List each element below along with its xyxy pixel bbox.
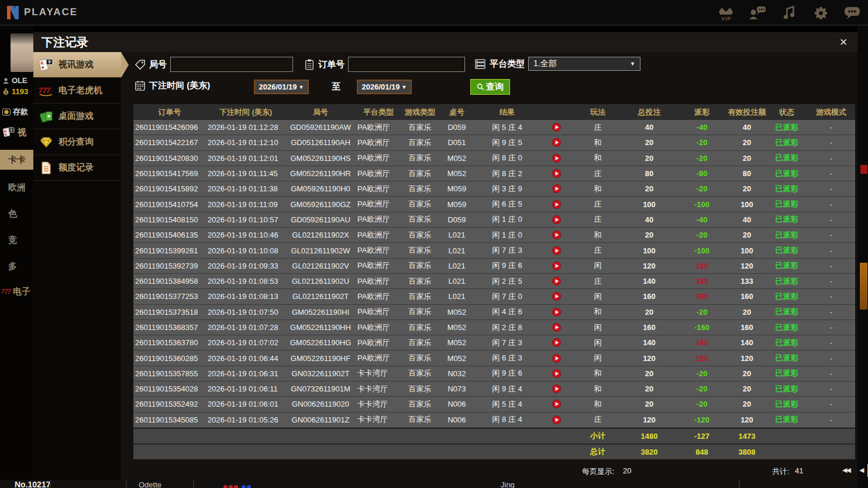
modal-header: 下注记录 ✕ bbox=[33, 32, 857, 52]
cell-total-bet: 20 bbox=[622, 400, 676, 408]
replay-play-icon[interactable] bbox=[539, 277, 573, 286]
cell-round: GM052261190HR bbox=[285, 169, 356, 178]
replay-play-icon[interactable] bbox=[539, 169, 573, 178]
cell-payout: -40 bbox=[676, 123, 728, 132]
per-page-value[interactable]: 20 bbox=[623, 466, 631, 475]
date-to-picker[interactable]: 2026/01/19 ▼ bbox=[357, 80, 412, 94]
platform-type-select[interactable]: 1.全部 ▼ bbox=[528, 57, 640, 71]
cell-platform: PA欧洲厅 bbox=[356, 338, 401, 348]
cell-play-type: 和 bbox=[573, 399, 622, 410]
sidebar-item-video-games[interactable]: K♥9 视讯游戏 bbox=[33, 52, 121, 78]
bg-dealer-name: Jing bbox=[501, 480, 515, 488]
cell-play-type: 和 bbox=[573, 153, 622, 163]
balance-value: 1193 bbox=[12, 87, 28, 96]
order-number-input[interactable] bbox=[348, 57, 465, 72]
replay-play-icon[interactable] bbox=[539, 400, 573, 408]
settings-gear-icon[interactable] bbox=[811, 4, 831, 22]
cell-platform: PA欧洲厅 bbox=[356, 230, 401, 240]
cell-time: 2026-01-19 01:06:11 bbox=[206, 384, 285, 393]
replay-play-icon[interactable] bbox=[539, 231, 573, 239]
cell-game-mode: - bbox=[807, 369, 855, 378]
round-number-input[interactable] bbox=[170, 57, 293, 72]
cell-result: 闲 1 庄 0 bbox=[475, 230, 539, 240]
cell-result: 闲 4 庄 6 bbox=[475, 307, 539, 317]
cell-play-type: 庄 bbox=[573, 245, 622, 256]
cell-game-mode: - bbox=[807, 231, 855, 239]
replay-play-icon[interactable] bbox=[539, 154, 573, 163]
prev-page-button[interactable]: ◀ bbox=[859, 466, 863, 474]
replay-play-icon[interactable] bbox=[539, 246, 573, 255]
cell-result: 闲 7 庄 3 bbox=[475, 245, 539, 256]
cell-payout: 140 bbox=[676, 338, 728, 347]
cell-payout: -100 bbox=[676, 246, 728, 255]
pagination-bar: 每页显示: 20 共计: 41 ◀◀ ◀ / 3 ▶ ▶▶ bbox=[121, 462, 857, 480]
chevron-down-icon: ▼ bbox=[402, 84, 407, 90]
cell-status: 已派彩 bbox=[766, 399, 807, 410]
table-row: 2601190153578552026-01-19 01:06:31GN0322… bbox=[133, 366, 855, 382]
replay-play-icon[interactable] bbox=[539, 138, 573, 147]
cell-total-bet: 20 bbox=[622, 231, 676, 239]
cell-round: GN0322611902T bbox=[285, 369, 356, 378]
cell-order: 260119015406135 bbox=[133, 231, 206, 239]
cell-game-type: 百家乐 bbox=[401, 214, 439, 225]
close-icon[interactable]: ✕ bbox=[836, 35, 850, 49]
sidebar-item-quota-records[interactable]: 额度记录 bbox=[33, 155, 121, 181]
table-row: 2601190154221672026-01-19 01:12:10GD0512… bbox=[133, 135, 855, 150]
replay-play-icon[interactable] bbox=[539, 323, 573, 332]
sidebar-item-slots[interactable]: 777 电子老虎机 bbox=[33, 78, 121, 104]
replay-play-icon[interactable] bbox=[539, 415, 573, 424]
query-button[interactable]: 查询 bbox=[470, 79, 510, 95]
replay-play-icon[interactable] bbox=[539, 338, 573, 347]
playace-logo-icon bbox=[6, 5, 20, 20]
sidebar-item-table-games[interactable]: 桌面游戏 bbox=[33, 104, 121, 129]
replay-play-icon[interactable] bbox=[539, 369, 573, 378]
replay-play-icon[interactable] bbox=[539, 215, 573, 224]
cell-payout: -20 bbox=[676, 384, 728, 393]
cell-table-no: N032 bbox=[439, 369, 475, 378]
cell-platform: PA欧洲厅 bbox=[356, 199, 401, 209]
col-header: 派彩 bbox=[676, 107, 728, 118]
replay-play-icon[interactable] bbox=[539, 262, 573, 270]
cell-game-type: 百家乐 bbox=[401, 414, 439, 425]
replay-play-icon[interactable] bbox=[539, 292, 573, 301]
cell-valid-bet: 20 bbox=[728, 369, 766, 378]
replay-play-icon[interactable] bbox=[539, 184, 573, 193]
table-row: 2601190154260962026-01-19 01:12:28GD0592… bbox=[133, 120, 855, 135]
first-page-button[interactable]: ◀◀ bbox=[842, 466, 850, 474]
total-label: 总计 bbox=[573, 446, 622, 457]
cell-time: 2026-01-19 01:12:10 bbox=[206, 138, 285, 147]
cell-valid-bet: 100 bbox=[728, 200, 766, 209]
replay-play-icon[interactable] bbox=[539, 384, 573, 393]
cell-status: 已派彩 bbox=[766, 276, 807, 287]
cell-valid-bet: 20 bbox=[728, 308, 766, 317]
cell-platform: PA欧洲厅 bbox=[356, 322, 401, 333]
cell-platform: 卡卡湾厅 bbox=[356, 384, 401, 394]
col-header: 局号 bbox=[285, 107, 356, 118]
music-icon[interactable] bbox=[779, 4, 799, 22]
chat-bubble-icon[interactable] bbox=[842, 4, 862, 22]
cell-payout: -20 bbox=[676, 369, 728, 378]
replay-play-icon[interactable] bbox=[539, 354, 573, 363]
replay-play-icon[interactable] bbox=[539, 200, 573, 209]
cell-total-bet: 120 bbox=[622, 354, 676, 363]
bg-lobby-item: 色 bbox=[0, 204, 33, 224]
replay-play-icon[interactable] bbox=[539, 308, 573, 317]
cell-table-no: L021 bbox=[439, 292, 475, 301]
cell-result: 闲 9 庄 6 bbox=[475, 368, 539, 379]
replay-play-icon[interactable] bbox=[539, 123, 573, 132]
vip-icon[interactable]: VIP bbox=[716, 4, 736, 22]
cell-table-no: M052 bbox=[439, 154, 475, 163]
cell-play-type: 和 bbox=[573, 184, 622, 194]
cell-game-mode: - bbox=[807, 200, 855, 209]
col-header: 游戏类型 bbox=[401, 107, 439, 118]
cell-round: GM052261190HS bbox=[285, 154, 356, 163]
cell-valid-bet: 120 bbox=[728, 262, 766, 270]
date-from-picker[interactable]: 2026/01/19 ▼ bbox=[254, 80, 309, 94]
sidebar-item-points-query[interactable]: 积分查询 bbox=[33, 129, 121, 155]
customer-service-icon[interactable] bbox=[748, 4, 767, 22]
cell-valid-bet: 80 bbox=[728, 169, 766, 178]
cell-total-bet: 100 bbox=[622, 246, 676, 255]
cell-table-no: D059 bbox=[439, 123, 475, 132]
background-right-strip bbox=[857, 26, 868, 488]
svg-text:$: $ bbox=[5, 91, 7, 95]
